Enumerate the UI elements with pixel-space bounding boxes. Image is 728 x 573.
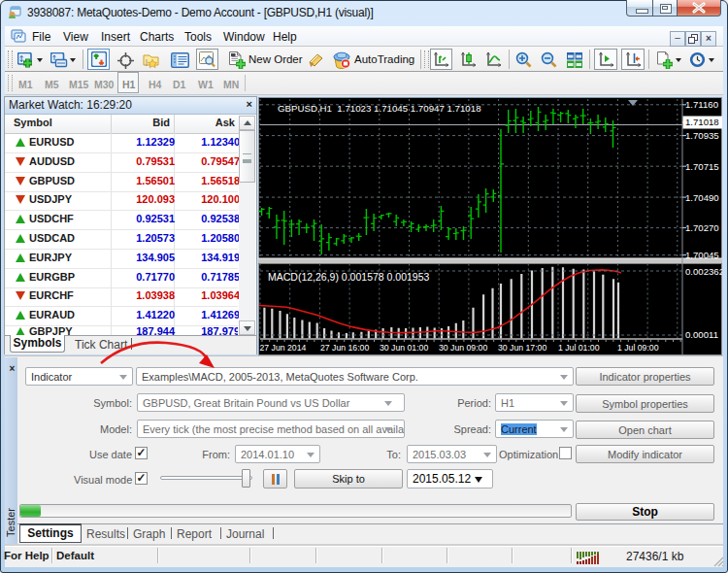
svg-text:GBPUSD,H1 1.71023 1.71045 1.7: GBPUSD,H1 1.71023 1.71045 1.70947 1.7101… bbox=[278, 103, 481, 114]
svg-text:1.71018: 1.71018 bbox=[685, 117, 719, 127]
svg-text:1 Jul 01:00: 1 Jul 01:00 bbox=[558, 343, 600, 353]
svg-text:30 Jun 17:00: 30 Jun 17:00 bbox=[498, 343, 546, 353]
svg-text:30 Jun 01:00: 30 Jun 01:00 bbox=[380, 343, 428, 353]
svg-text:1 Jul 09:00: 1 Jul 09:00 bbox=[617, 343, 659, 353]
svg-text:1.70270: 1.70270 bbox=[685, 222, 719, 233]
svg-text:1.70490: 1.70490 bbox=[685, 192, 719, 203]
svg-text:1.70045: 1.70045 bbox=[685, 250, 719, 260]
svg-text:0.002362: 0.002362 bbox=[685, 266, 722, 277]
svg-text:1.70715: 1.70715 bbox=[685, 161, 719, 172]
svg-text:30 Jun 09:00: 30 Jun 09:00 bbox=[439, 343, 487, 353]
svg-text:0.00011: 0.00011 bbox=[685, 329, 718, 340]
svg-text:MACD(12,26,9) 0.001578 0.00195: MACD(12,26,9) 0.001578 0.001953 bbox=[268, 271, 430, 283]
svg-text:1.71160: 1.71160 bbox=[685, 99, 718, 110]
svg-text:27 Jun 2014: 27 Jun 2014 bbox=[260, 343, 307, 353]
svg-text:27 Jun 16:00: 27 Jun 16:00 bbox=[320, 343, 369, 353]
svg-text:1.70935: 1.70935 bbox=[685, 130, 719, 141]
